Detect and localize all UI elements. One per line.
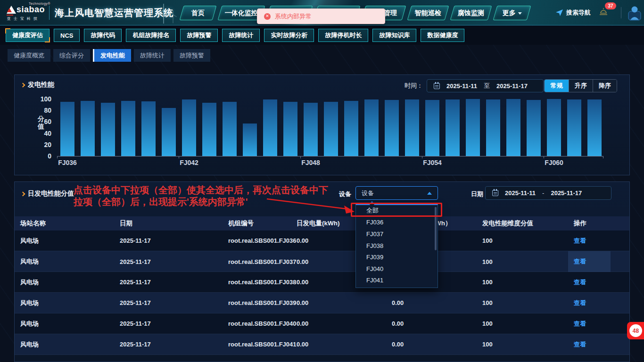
- cell-daily-generation: 0.00: [297, 320, 392, 327]
- nav-tab-腐蚀监测[interactable]: 腐蚀监测: [450, 6, 492, 20]
- chart-bar-FJ056: [466, 99, 480, 156]
- x-axis-tick: [603, 156, 603, 158]
- table-row: 风电场2025-11-17root.real.SBS001.FJ0380.000…: [15, 272, 629, 293]
- module-tab-故障代码[interactable]: 故障代码: [84, 29, 122, 42]
- user-avatar[interactable]: [628, 5, 641, 21]
- chart-bar-FJ061: [567, 99, 581, 156]
- chart-bar-FJ040: [141, 101, 156, 156]
- cell-unit-id: root.real.SBS001.FJ038: [228, 279, 297, 286]
- view-link[interactable]: 查看: [568, 251, 611, 272]
- nav-tab-更多[interactable]: 更多: [493, 6, 531, 20]
- view-link[interactable]: 查看: [574, 237, 629, 245]
- annotation-line1: 点击设备中下拉项（全部）使其全选中后，再次点击设备中下: [74, 184, 328, 196]
- cell-farm-name: 风电场: [20, 278, 120, 287]
- daily-score-panel: 日发电性能分值 点击设备中下拉项（全部）使其全选中后，再次点击设备中下 拉项（全…: [14, 181, 630, 362]
- module-tab-故障统计[interactable]: 故障统计: [222, 29, 260, 42]
- sort-button-常规[interactable]: 常规: [545, 80, 569, 92]
- performance-chart-panel: 发电性能 时间： 2025-11-11 至 2025-11-17 常规升序降序 …: [14, 74, 630, 175]
- dropdown-option-FJ040[interactable]: FJ040: [356, 263, 438, 275]
- floating-alarm-badge[interactable]: 48: [627, 322, 644, 339]
- sort-button-group: 常规升序降序: [544, 79, 617, 92]
- chart-bar-FJ036: [60, 102, 74, 156]
- chart-bar-FJ058: [506, 99, 520, 156]
- alarm-button[interactable]: 37: [598, 7, 611, 19]
- error-toast: ✕ 系统内部异常: [257, 8, 385, 24]
- module-tab-故障停机时长[interactable]: 故障停机时长: [318, 29, 368, 42]
- nav-tab-智能巡检[interactable]: 智能巡检: [407, 6, 449, 20]
- view-link[interactable]: 查看: [574, 340, 629, 349]
- column-header-2: 日期: [120, 219, 228, 228]
- sort-button-升序[interactable]: 升序: [569, 80, 593, 92]
- chart-bar-FJ059: [527, 100, 541, 156]
- dropdown-option-FJ038[interactable]: FJ038: [356, 240, 438, 252]
- dropdown-option-FJ041[interactable]: FJ041: [356, 275, 438, 287]
- cell-date: 2025-11-17: [120, 299, 228, 306]
- module-tab-实时故障分析[interactable]: 实时故障分析: [264, 29, 314, 42]
- sub-tab-bar: 健康度概览综合评分发电性能故障统计故障预警: [8, 49, 210, 62]
- module-tab-故障预警[interactable]: 故障预警: [180, 29, 218, 42]
- brand-redbar: [7, 15, 13, 16]
- header-divider: [49, 6, 50, 20]
- cell-performance-score: 100: [482, 237, 574, 244]
- module-tab-bar: 健康度评估NCS故障代码机组故障排名故障预警故障统计实时故障分析故障停机时长故障…: [0, 26, 644, 45]
- nav-tab-首页[interactable]: 首页: [180, 6, 217, 20]
- search-nav-button[interactable]: 搜索导航: [556, 8, 591, 17]
- chart-bar-FJ055: [446, 99, 460, 156]
- sub-tab-故障预警[interactable]: 故障预警: [173, 49, 210, 62]
- chevron-down-icon: [518, 12, 522, 14]
- chart-date-range-picker[interactable]: 2025-11-11 至 2025-11-17: [427, 79, 544, 92]
- y-tick-label: 60: [23, 118, 51, 125]
- nav-tab-label: 一体化监控: [225, 9, 258, 17]
- chart-panel-title-text: 发电性能: [28, 81, 54, 89]
- dropdown-option-全部[interactable]: 全部: [356, 205, 438, 217]
- x-tick-label: FJ042: [180, 159, 198, 166]
- brand-cn-name: 亚士宝科技: [7, 16, 40, 21]
- time-label: 时间：: [405, 82, 423, 90]
- device-select[interactable]: 设备: [355, 186, 438, 200]
- sort-button-降序[interactable]: 降序: [593, 80, 617, 92]
- table-row: 风电场2025-11-17root.real.SBS001.FJ0360.000…: [15, 230, 629, 251]
- view-link[interactable]: 查看: [574, 278, 629, 287]
- table-date-from: 2025-11-11: [505, 189, 536, 197]
- dropdown-scrollbar[interactable]: [435, 207, 437, 250]
- nav-tab-label: 智能巡检: [415, 9, 441, 17]
- module-tab-NCS[interactable]: NCS: [54, 29, 80, 42]
- chevron-up-icon: [427, 192, 432, 195]
- module-tab-故障知识库[interactable]: 故障知识库: [372, 29, 416, 42]
- chart-bar-FJ046: [263, 99, 277, 156]
- chart-bar-FJ041: [162, 108, 176, 156]
- table-date-range-picker[interactable]: 2025-11-11 - 2025-11-17: [485, 186, 611, 200]
- table-header-row: 场站名称日期机组编号日发电量(kWh)(kWh）发电性能维度分值操作: [15, 216, 629, 230]
- device-dropdown-menu: 全部FJ036FJ037FJ038FJ039FJ040FJ041: [355, 204, 438, 288]
- wind-turbine-icon: [168, 9, 178, 24]
- cell-kwh-value: 0.00: [392, 299, 482, 306]
- x-tick-label: FJ054: [423, 159, 442, 166]
- chart-bar-FJ057: [486, 99, 500, 156]
- chart-bar-FJ039: [121, 101, 135, 156]
- cell-kwh-value: 0.00: [392, 341, 482, 348]
- dropdown-option-FJ036[interactable]: FJ036: [356, 217, 438, 229]
- sub-tab-综合评分[interactable]: 综合评分: [53, 49, 90, 62]
- view-link[interactable]: 查看: [574, 299, 629, 307]
- x-tick-label: FJ060: [545, 159, 563, 166]
- module-tab-机组故障排名[interactable]: 机组故障排名: [126, 29, 176, 42]
- dropdown-option-FJ039[interactable]: FJ039: [356, 251, 438, 263]
- cell-performance-score: 100: [482, 299, 574, 306]
- table-panel-title: 日发电性能分值: [21, 189, 74, 198]
- sub-tab-故障统计[interactable]: 故障统计: [134, 49, 171, 62]
- sub-tab-发电性能[interactable]: 发电性能: [93, 49, 131, 62]
- module-tab-健康度评估[interactable]: 健康度评估: [6, 29, 50, 42]
- table-row: 风电场2025-11-17root.real.SBS001.FJ0400.000…: [15, 313, 629, 334]
- sub-tab-健康度概览[interactable]: 健康度概览: [8, 49, 50, 62]
- cell-farm-name: 风电场: [20, 340, 120, 349]
- chart-bar-FJ052: [385, 100, 399, 156]
- error-toast-message: 系统内部异常: [275, 12, 312, 21]
- y-tick-label: 20: [23, 141, 51, 148]
- dropdown-option-FJ037[interactable]: FJ037: [356, 228, 438, 240]
- cell-farm-name: 风电场: [20, 320, 120, 328]
- view-link[interactable]: 查看: [574, 320, 629, 328]
- chart-bar-FJ048: [304, 103, 318, 156]
- module-tab-数据健康度[interactable]: 数据健康度: [421, 29, 464, 42]
- chart-bar-FJ053: [405, 99, 419, 156]
- header-right-divider: [621, 7, 621, 18]
